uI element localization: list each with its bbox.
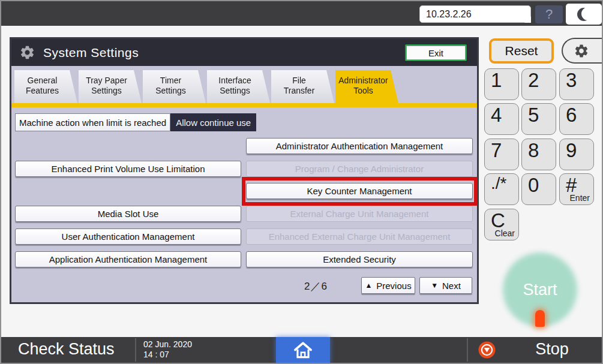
settings-tabs: General Features Tray Paper Settings Tim…	[14, 70, 400, 103]
machine-action-row: Machine action when limit is reached All…	[15, 113, 256, 131]
keypad-6[interactable]: 6	[559, 103, 594, 135]
keypad-clear[interactable]: C Clear	[484, 209, 519, 240]
home-icon	[293, 340, 313, 360]
date-text: 02 Jun. 2020	[143, 339, 192, 350]
previous-page-button[interactable]: ▲ Previous	[361, 277, 415, 294]
moon-icon	[577, 8, 590, 21]
tab-administrator-tools[interactable]: Administrator Tools	[335, 70, 398, 103]
stop-button[interactable]: Stop	[516, 340, 588, 359]
up-triangle-icon: ▲	[365, 281, 372, 290]
separator	[467, 338, 468, 362]
sleep-mode-button[interactable]	[566, 4, 602, 25]
clear-sublabel: Clear	[495, 228, 515, 238]
keypad-3[interactable]: 3	[559, 68, 594, 100]
down-triangle-icon: ▼	[431, 281, 438, 290]
machine-action-value-badge[interactable]: Allow continue use	[170, 113, 256, 131]
enhanced-print-volume-use-limitation-button[interactable]: Enhanced Print Volume Use Limitation	[15, 161, 241, 177]
extended-security-button[interactable]: Extended Security	[246, 251, 473, 267]
datetime-display: 02 Jun. 2020 14 : 07	[143, 339, 192, 360]
active-tab-underline	[11, 103, 477, 107]
start-indicator-light	[535, 310, 545, 327]
tab-general-features[interactable]: General Features	[14, 70, 77, 103]
top-bar: ?	[1, 1, 602, 26]
separator	[135, 338, 136, 362]
enter-sublabel: Enter	[570, 193, 590, 203]
keypad-5[interactable]: 5	[521, 103, 556, 135]
user-authentication-management-button[interactable]: User Authentication Management	[15, 228, 241, 245]
stop-icon[interactable]	[478, 341, 496, 359]
keypad-8[interactable]: 8	[521, 139, 556, 170]
application-authentication-management-button[interactable]: Application Authentication Management	[15, 251, 241, 267]
enhanced-external-charge-unit-management-button: Enhanced External Charge Unit Management	[246, 228, 473, 245]
page-indicator: 2／6	[304, 279, 328, 293]
gear-icon	[574, 43, 589, 59]
panel-content: General Features Tray Paper Settings Tim…	[11, 66, 477, 302]
help-button[interactable]: ?	[535, 5, 563, 23]
ip-address-field[interactable]	[419, 5, 531, 23]
settings-pill-button[interactable]	[562, 38, 603, 64]
device-screen: ? System Settings Exit General Features …	[0, 0, 603, 364]
key-counter-management-button[interactable]: Key Counter Management	[246, 183, 473, 199]
tab-interface-settings[interactable]: Interface Settings	[207, 70, 270, 103]
page-title: System Settings	[43, 46, 139, 60]
next-label: Next	[442, 281, 461, 291]
ip-field-corner-triangle-icon	[524, 16, 531, 23]
time-text: 14 : 07	[143, 350, 192, 360]
bottom-status-bar: Check Status 02 Jun. 2020 14 : 07 Stop	[1, 337, 602, 363]
tab-tray-paper-settings[interactable]: Tray Paper Settings	[79, 70, 142, 103]
keypad-2[interactable]: 2	[521, 68, 556, 100]
tab-file-transfer[interactable]: File Transfer	[271, 70, 334, 103]
check-status-button[interactable]: Check Status	[18, 340, 115, 359]
keypad-9[interactable]: 9	[559, 139, 594, 170]
tab-timer-settings[interactable]: Timer Settings	[143, 70, 206, 103]
program-change-administrator-button: Program / Change Administrator	[246, 161, 473, 177]
reset-button[interactable]: Reset	[489, 38, 554, 64]
admin-authentication-management-button[interactable]: Administrator Authentication Management	[246, 138, 473, 154]
keypad-enter[interactable]: # Enter	[559, 173, 594, 205]
keypad-4[interactable]: 4	[484, 103, 519, 135]
keypad-0[interactable]: 0	[521, 173, 556, 205]
exit-button[interactable]: Exit	[405, 44, 467, 61]
external-charge-unit-management-button: External Charge Unit Management	[246, 206, 473, 222]
home-button[interactable]	[276, 337, 330, 363]
keypad-7[interactable]: 7	[484, 139, 519, 170]
settings-gear-icon	[19, 44, 35, 61]
previous-label: Previous	[376, 281, 411, 291]
next-page-button[interactable]: ▼ Next	[419, 277, 472, 294]
system-settings-panel: System Settings Exit General Features Tr…	[10, 37, 479, 304]
keypad-1[interactable]: 1	[484, 68, 519, 100]
panel-title-bar: System Settings Exit	[11, 39, 477, 66]
keypad-asterisk[interactable]: ./*	[484, 173, 519, 205]
machine-action-label: Machine action when limit is reached	[15, 113, 170, 131]
media-slot-use-button[interactable]: Media Slot Use	[15, 206, 241, 222]
